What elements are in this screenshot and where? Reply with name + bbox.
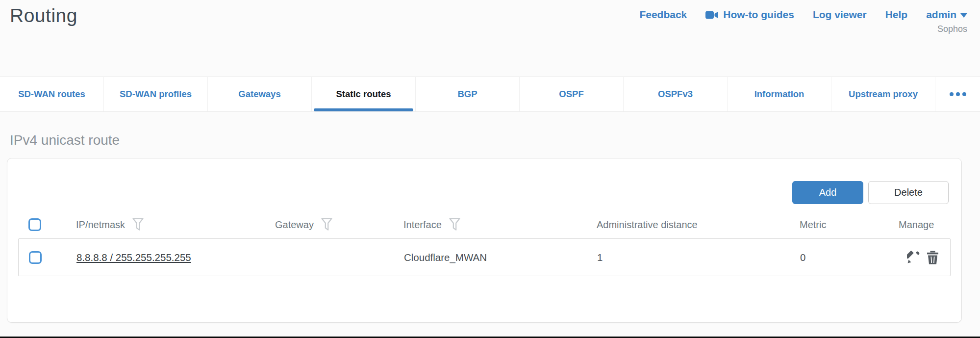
metric-header-label: Metric bbox=[800, 219, 826, 231]
card-toolbar: Add Delete bbox=[7, 158, 961, 204]
column-header-interface: Interface bbox=[403, 218, 597, 232]
top-header: Routing Feedback How-to guides Log viewe… bbox=[0, 0, 980, 77]
user-menu[interactable]: admin bbox=[926, 9, 967, 21]
video-camera-icon bbox=[705, 10, 719, 20]
routing-tabbar: SD-WAN routes SD-WAN profiles Gateways S… bbox=[0, 77, 980, 112]
tab-gateways[interactable]: Gateways bbox=[207, 77, 311, 111]
tab-information[interactable]: Information bbox=[727, 77, 831, 111]
column-header-gateway: Gateway bbox=[275, 218, 403, 232]
table-header: IP/netmask Gateway Interface bbox=[18, 211, 951, 238]
column-header-admin-distance: Administrative distance bbox=[597, 219, 800, 231]
page-title: Routing bbox=[10, 4, 77, 26]
manage-header-label: Manage bbox=[899, 219, 934, 231]
gateway-header-label: Gateway bbox=[275, 219, 314, 231]
tab-bgp[interactable]: BGP bbox=[415, 77, 519, 111]
edit-pencil-icon[interactable] bbox=[907, 251, 920, 264]
delete-trash-icon[interactable] bbox=[927, 251, 939, 264]
route-ip-link[interactable]: 8.8.8.8 / 255.255.255.255 bbox=[76, 252, 191, 263]
tab-upstream-proxy[interactable]: Upstream proxy bbox=[831, 77, 935, 111]
howto-guides-link[interactable]: How-to guides bbox=[705, 9, 794, 21]
column-header-manage: Manage bbox=[879, 219, 951, 231]
tab-static-routes[interactable]: Static routes bbox=[311, 77, 415, 111]
tab-ospfv3[interactable]: OSPFv3 bbox=[623, 77, 727, 111]
select-all-checkbox[interactable] bbox=[28, 218, 41, 231]
help-link[interactable]: Help bbox=[885, 9, 908, 21]
row-manage-actions bbox=[879, 251, 950, 264]
ellipsis-icon bbox=[950, 92, 966, 96]
user-menu-label: admin bbox=[926, 9, 956, 21]
routing-page: Routing Feedback How-to guides Log viewe… bbox=[0, 0, 980, 338]
filter-icon[interactable] bbox=[132, 218, 144, 232]
column-header-ip-netmask: IP/netmask bbox=[76, 218, 275, 232]
org-label: Sophos bbox=[937, 24, 967, 34]
tab-sdwan-profiles[interactable]: SD-WAN profiles bbox=[103, 77, 207, 111]
row-checkbox[interactable] bbox=[29, 251, 42, 264]
route-interface-value: Cloudflare_MWAN bbox=[404, 252, 597, 263]
admin-distance-header-label: Administrative distance bbox=[597, 219, 698, 231]
delete-button[interactable]: Delete bbox=[868, 181, 949, 204]
howto-guides-label: How-to guides bbox=[723, 9, 794, 21]
table-row: 8.8.8.8 / 255.255.255.255 Cloudflare_MWA… bbox=[18, 238, 951, 276]
log-viewer-link[interactable]: Log viewer bbox=[813, 9, 867, 21]
column-header-metric: Metric bbox=[800, 219, 879, 231]
tab-sdwan-routes[interactable]: SD-WAN routes bbox=[0, 77, 103, 111]
interface-header-label: Interface bbox=[403, 219, 442, 231]
route-metric-value: 0 bbox=[800, 252, 879, 263]
more-tabs-button[interactable] bbox=[935, 77, 980, 111]
ip-netmask-header-label: IP/netmask bbox=[76, 219, 125, 231]
add-button[interactable]: Add bbox=[792, 181, 863, 204]
tab-ospf[interactable]: OSPF bbox=[519, 77, 623, 111]
top-navigation: Feedback How-to guides Log viewer Help a… bbox=[639, 4, 967, 34]
filter-icon[interactable] bbox=[321, 218, 332, 232]
chevron-down-icon bbox=[960, 13, 967, 18]
route-admin-distance-value: 1 bbox=[597, 252, 800, 263]
static-routes-card: Add Delete IP/netmask Gateway bbox=[7, 158, 962, 323]
filter-icon[interactable] bbox=[449, 218, 460, 232]
section-heading: IPv4 unicast route bbox=[10, 132, 980, 148]
feedback-link[interactable]: Feedback bbox=[639, 9, 687, 21]
